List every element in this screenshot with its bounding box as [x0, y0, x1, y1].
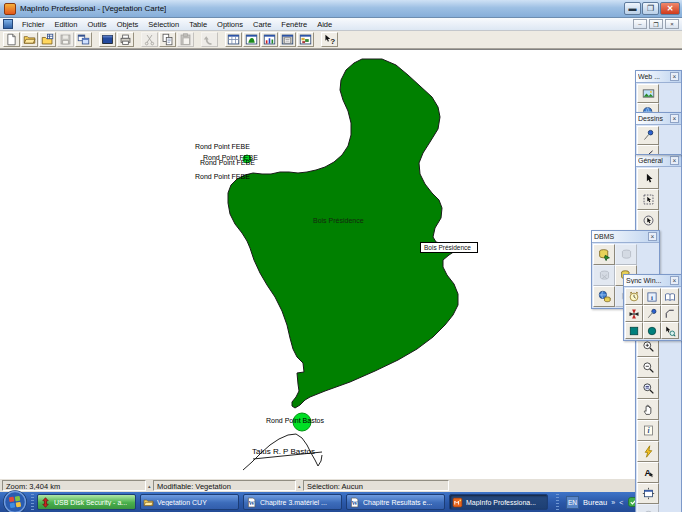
toolbar-button-copy[interactable] — [159, 32, 176, 47]
sync-tool-region-style[interactable] — [625, 322, 643, 339]
usb-icon — [40, 497, 51, 508]
toolbar-button-new-graph[interactable] — [261, 32, 278, 47]
sync-tool-symbol-style[interactable] — [643, 322, 661, 339]
sync-tool-info-window[interactable] — [643, 288, 661, 305]
status-selection[interactable]: Sélection: Aucun — [303, 480, 449, 491]
map-label-talus: Talus R. P Bastos — [252, 447, 315, 456]
chevron-icon[interactable]: » — [611, 499, 615, 506]
toolbar-button-new-layout[interactable] — [279, 32, 296, 47]
word-icon — [349, 497, 360, 508]
folder-icon — [23, 33, 36, 46]
general-tool-drag-map-window[interactable] — [637, 483, 659, 504]
menu-fichier[interactable]: Fichier — [17, 18, 50, 30]
child-close-button[interactable]: × — [665, 19, 679, 29]
sync-tool-dual-window[interactable] — [661, 288, 679, 305]
undo-icon — [203, 33, 216, 46]
web-toolbar-panel: Web ...× — [635, 70, 682, 113]
general-tool-radius-select[interactable] — [637, 210, 659, 231]
dbms-tool-dbms-unlink[interactable] — [593, 265, 615, 286]
menu-edition[interactable]: Edition — [50, 18, 83, 30]
dbms-tool-dbms-catalog[interactable] — [593, 286, 615, 307]
taskbar-button-chapitre-3-materiel[interactable]: Chapitre 3.matériel ... — [243, 494, 342, 510]
winpair-icon — [77, 33, 90, 46]
map-label-febe-1: Rond Point FEBE — [195, 143, 250, 150]
general-tool-marquee-select[interactable] — [637, 189, 659, 210]
tray-expand-icon[interactable]: < — [619, 499, 623, 506]
dessins-tool-symbol-tool[interactable] — [637, 126, 659, 145]
start-button[interactable] — [3, 490, 27, 512]
info-icon — [642, 424, 655, 437]
taskbar-button-usb-disk-security[interactable]: USB Disk Security - a... — [37, 494, 136, 510]
menu-table[interactable]: Table — [184, 18, 212, 30]
status-nub-icon: ▴ — [148, 483, 151, 489]
menu-fenetre[interactable]: Fenêtre — [276, 18, 312, 30]
toolbar-button-new-redistrict[interactable] — [297, 32, 314, 47]
toolbar-button-new-browser[interactable] — [225, 32, 242, 47]
general-tool-hotlink[interactable] — [637, 441, 659, 462]
vegetation-region[interactable] — [228, 59, 458, 408]
menu-selection[interactable]: Sélection — [143, 18, 184, 30]
sync-tool-pin-tool[interactable] — [643, 305, 661, 322]
close-icon[interactable]: × — [648, 232, 657, 241]
taskbar-button-mapinfo-professional[interactable]: MapInfo Professiona... — [449, 494, 548, 510]
menu-aide[interactable]: Aide — [312, 18, 337, 30]
img-icon — [642, 87, 655, 100]
sync-tool-wheel-tool[interactable] — [625, 305, 643, 322]
desktop-toolbar-label[interactable]: Bureau — [583, 498, 607, 507]
toolbar-button-open-table[interactable] — [21, 32, 38, 47]
toolbar-button-print[interactable] — [117, 32, 134, 47]
language-indicator[interactable]: EN — [566, 496, 579, 509]
toolbar-button-print-window[interactable] — [99, 32, 116, 47]
close-icon[interactable]: × — [670, 156, 679, 165]
label-icon — [642, 466, 655, 479]
toolbar-button-cut[interactable] — [141, 32, 158, 47]
toolbar-button-paste[interactable] — [177, 32, 194, 47]
menu-objets[interactable]: Objets — [112, 18, 144, 30]
menu-options[interactable]: Options — [212, 18, 248, 30]
toolbar-button-save-workspace[interactable] — [75, 32, 92, 47]
status-editable[interactable]: Modifiable: Vegetation — [153, 480, 296, 491]
web-tool-web-globe[interactable] — [637, 103, 659, 112]
restore-button[interactable]: ❐ — [642, 2, 659, 15]
menu-outils[interactable]: Outils — [82, 18, 111, 30]
sync-tool-corner-tool[interactable] — [661, 305, 679, 322]
map-canvas[interactable] — [0, 50, 682, 479]
general-tool-label-tool[interactable] — [637, 462, 659, 483]
toolbar-button-new-table[interactable] — [3, 32, 20, 47]
cursor-box-icon — [642, 193, 655, 206]
dbms-tool-dbms-refresh[interactable] — [615, 244, 637, 265]
general-tool-clip-region-onoff[interactable] — [637, 504, 659, 512]
clip-icon — [642, 508, 655, 512]
child-minimize-button[interactable]: – — [633, 19, 647, 29]
dbms-tool-open-dbms-table[interactable] — [593, 244, 615, 265]
toolbar-button-help[interactable] — [321, 32, 338, 47]
toolbar-button-save-table[interactable] — [57, 32, 74, 47]
close-button[interactable]: ✕ — [660, 2, 680, 15]
map-window[interactable]: Rond Point FEBE Rond Point FEBE Rond Poi… — [0, 49, 682, 478]
sync-tool-tool-clock[interactable] — [625, 288, 643, 305]
menu-carte[interactable]: Carte — [248, 18, 276, 30]
general-tool-zoom-out[interactable] — [637, 357, 659, 378]
toolbar-button-open-workspace[interactable] — [39, 32, 56, 47]
taskbar-button-vegetation-cuy[interactable]: Vegetation CUY — [140, 494, 239, 510]
close-icon[interactable]: × — [670, 276, 679, 285]
toolbar-button-undo[interactable] — [201, 32, 218, 47]
minimize-button[interactable]: ▬ — [624, 2, 641, 15]
win-district-icon — [299, 33, 312, 46]
dessins-tool-line-tool[interactable] — [637, 145, 659, 154]
toolbar-button-new-map[interactable] — [243, 32, 260, 47]
child-restore-button[interactable]: ❐ — [649, 19, 663, 29]
taskbar-button-chapitre-resultats[interactable]: Chapitre Resultats e... — [346, 494, 445, 510]
general-tool-change-view[interactable] — [637, 378, 659, 399]
db-gray2-icon — [598, 269, 611, 282]
pin-icon — [646, 308, 658, 320]
sq-teal-icon — [628, 325, 640, 337]
close-icon[interactable]: × — [670, 114, 679, 123]
general-tool-grabber[interactable] — [637, 399, 659, 420]
close-icon[interactable]: × — [670, 72, 679, 81]
general-tool-info-tool[interactable] — [637, 420, 659, 441]
general-tool-select[interactable] — [637, 168, 659, 189]
sync-tool-select-zoom[interactable] — [661, 322, 679, 339]
web-tool-web-image[interactable] — [637, 84, 659, 103]
win-layout-icon — [281, 33, 294, 46]
